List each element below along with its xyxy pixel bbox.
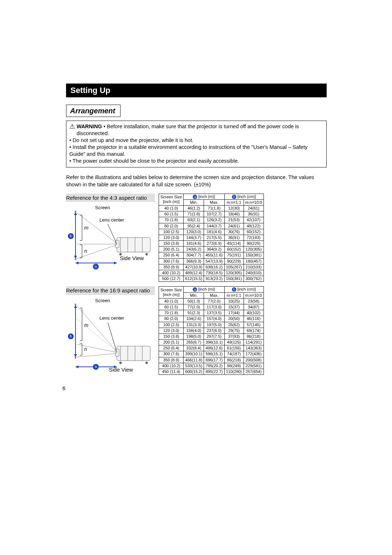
table-row: 120 (3.0)144(3.7)217(5.5)36(91)72(183)	[159, 235, 264, 240]
svg-text:Side View: Side View	[120, 255, 144, 261]
warning-icon: ⚠	[69, 123, 75, 130]
svg-text:Side View: Side View	[109, 366, 133, 373]
svg-text:m: m	[84, 322, 89, 328]
warning-bullet-3: • Install the projector in a suitable en…	[69, 144, 323, 158]
table-row: 40 (1.0)50(1.3)77(2.0)10(25)23(58)	[159, 298, 264, 304]
ref-4-3-label: Reference for the 4:3 aspect ratio	[66, 194, 155, 202]
ref-16-9-label: Reference for the 16:9 aspect ratio	[66, 286, 155, 295]
svg-text:a: a	[95, 264, 97, 268]
diagram-4-3: b a	[66, 204, 155, 273]
row-4-3: Reference for the 4:3 aspect ratio b a	[66, 194, 327, 282]
svg-rect-3	[75, 211, 76, 213]
table-row: 100 (2.5)131(3.3)197(5.0)25(62)57(145)	[159, 322, 264, 328]
svg-rect-33	[75, 356, 76, 358]
svg-text:Lens center: Lens center	[99, 217, 124, 223]
svg-point-19	[146, 253, 148, 255]
svg-point-48	[146, 362, 148, 364]
diagram-16-9: b a	[66, 297, 155, 373]
section-subheading: Arrangement	[66, 105, 121, 117]
table-row: 70 (1.8)91(2.3)137(3.5)17(44)40(102)	[159, 310, 264, 316]
svg-text:a: a	[95, 365, 97, 369]
svg-rect-12	[117, 238, 150, 252]
table-row: 60 (1.5)77(2.0)117(3.0)15(37)34(87)	[159, 304, 264, 310]
marker-b-icon: b	[232, 287, 236, 292]
svg-text:n: n	[84, 248, 87, 254]
table-row: 450 (11.4)600(15.2)895(22.7)110(280)257(…	[159, 369, 264, 375]
svg-rect-32	[75, 304, 76, 306]
warning-bullet-1: • Before installation, make sure that th…	[77, 123, 299, 136]
table-row: 400 (10.2)533(13.5)795(20.2)98(249)229(5…	[159, 363, 264, 369]
table-row: 250 (6.4)332(8.4)496(12.6)61(156)143(363…	[159, 345, 264, 351]
svg-line-52	[77, 319, 117, 352]
table-row: 400 (10.2)489(12.4)730(18.5)120(305)240(…	[159, 270, 264, 276]
table-row: 40 (1.0)46(1.2)71(1.8)12(30)24(61)	[159, 205, 264, 211]
table-row: 250 (6.4)304(7.7)455(11.6)75(191)150(381…	[159, 252, 264, 258]
svg-text:m: m	[84, 225, 89, 231]
table-row: 150 (3.8)198(5.0)297(7.5)37(93)86(218)	[159, 333, 264, 339]
svg-line-21	[77, 245, 117, 259]
svg-marker-37	[75, 365, 78, 368]
page-heading: Setting Up	[66, 84, 327, 97]
svg-text:Screen: Screen	[95, 205, 110, 210]
warning-bullet-4: • The power outlet should be close to th…	[69, 158, 323, 165]
table-row: 500 (12.7)612(15.5)913(23.2)150(381)300(…	[159, 276, 264, 282]
marker-a-icon: a	[193, 195, 197, 199]
table-row: 300 (7.6)399(10.1)596(15.1)74(187)172(43…	[159, 351, 264, 357]
table-row: 150 (3.8)181(4.6)272(6.9)45(114)90(229)	[159, 241, 264, 247]
table-row: 300 (7.6)366(9.3)547(13.9)90(229)180(457…	[159, 258, 264, 264]
svg-text:b: b	[70, 234, 72, 238]
svg-marker-9	[114, 262, 117, 264]
table-row: 200 (5.1)265(6.7)396(10.1)49(125)114(291…	[159, 340, 264, 345]
svg-line-50	[77, 353, 117, 357]
table-row: 350 (8.9)466(11.8)696(17.7)86(218)200(50…	[159, 357, 264, 363]
warning-bullet-2: • Do not set up and move the projector, …	[69, 137, 323, 144]
svg-rect-4	[75, 258, 76, 260]
svg-marker-8	[75, 262, 78, 264]
table-row: 80 (2.0)95(2.4)144(3.7)24(61)48(122)	[159, 223, 264, 229]
svg-line-49	[77, 306, 117, 352]
row-16-9: Reference for the 16:9 aspect ratio b a	[66, 286, 327, 375]
svg-line-25	[108, 224, 117, 244]
table-row: 60 (1.5)71(1.8)107(2.7)18(46)36(91)	[159, 211, 264, 217]
table-row: 70 (1.8)83(2.1)126(3.2)21(53)42(107)	[159, 217, 264, 223]
table-row: 100 (2.5)120(3.0)181(4.6)30(76)60(152)	[159, 229, 264, 235]
svg-text:Lens center: Lens center	[99, 315, 124, 321]
table-4-3: Screen Size[inch (m)] a [inch (m)] b [in…	[159, 194, 264, 282]
table-row: 350 (8.9)427(10.9)638(16.2)105(267)210(5…	[159, 264, 264, 270]
svg-rect-41	[117, 346, 150, 361]
table-16-9: Screen Size[inch (m)] a [inch (m)] b [in…	[159, 286, 264, 375]
marker-b-icon: b	[232, 195, 236, 199]
table-row: 80 (2.0)104(2.6)157(4.0)20(50)46(116)	[159, 316, 264, 322]
svg-text:n: n	[84, 346, 87, 352]
svg-point-47	[119, 362, 122, 364]
table-row: 200 (5.1)243(6.2)364(9.2)60(152)120(305)	[159, 247, 264, 252]
svg-rect-42	[115, 349, 119, 356]
warning-label: WARNING	[77, 123, 102, 129]
intro-text: Refer to the illustrations and tables be…	[66, 174, 327, 188]
svg-text:Screen: Screen	[95, 298, 110, 303]
marker-a-icon: a	[193, 287, 197, 292]
table-row: 120 (3.0)158(4.0)237(6.0)29(75)69(174)	[159, 328, 264, 333]
page-number: 6	[62, 385, 327, 392]
svg-text:b: b	[70, 334, 72, 338]
svg-line-51	[77, 344, 117, 352]
warning-box: ⚠ WARNING • Before installation, make su…	[66, 121, 327, 167]
